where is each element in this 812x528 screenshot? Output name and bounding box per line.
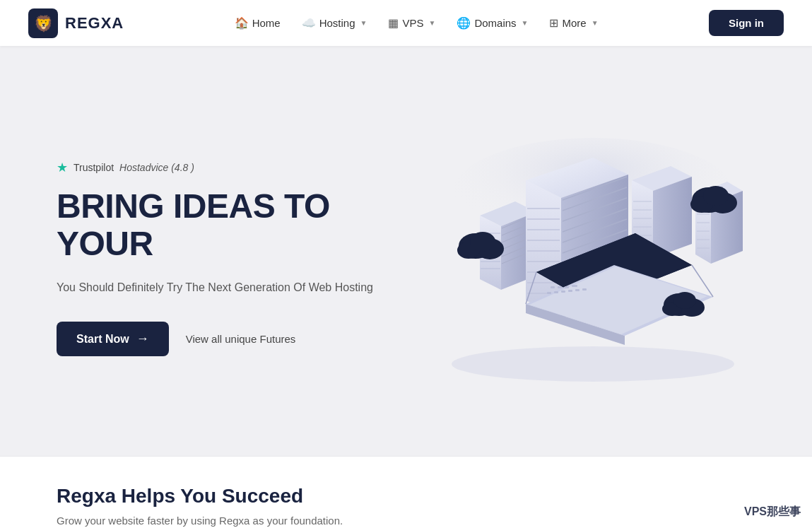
svg-rect-67 [554,291,558,293]
start-now-button[interactable]: Start Now → [57,322,169,356]
logo[interactable]: 🦁 REGXA [28,8,124,38]
hero-title: BRING IDEAS TO YOUR [57,188,396,263]
svg-text:🦁: 🦁 [34,14,54,33]
more-chevron-icon: ▼ [592,19,599,27]
hosting-chevron-icon: ▼ [360,19,367,27]
trustpilot-label: Trustpilot [73,162,114,173]
navbar: 🦁 REGXA 🏠 Home ☁️ Hosting ▼ ▦ VPS ▼ 🌐 Do… [0,0,812,46]
svg-rect-63 [558,286,562,288]
svg-rect-64 [565,286,569,288]
svg-rect-62 [551,286,555,288]
bottom-subtitle: Grow your website faster by using Regxa … [57,515,755,527]
server-icon: ▦ [388,16,399,30]
brand-name: REGXA [65,14,124,33]
nav-more[interactable]: ⊞ More ▼ [541,11,606,35]
svg-rect-66 [547,292,551,294]
arrow-icon: → [136,332,149,346]
hero-section: ★ Trustpilot Hostadvice (4.8 ) BRING IDE… [0,46,812,456]
hostadvice-label: Hostadvice (4.8 ) [119,162,194,173]
svg-rect-70 [575,289,579,291]
logo-icon: 🦁 [28,8,58,38]
svg-rect-68 [561,291,565,293]
hero-subtitle: You Should Definitely Try The Next Gener… [57,279,396,296]
bottom-section: Regxa Helps You Succeed Grow your websit… [0,456,812,528]
more-icon: ⊞ [549,16,558,30]
nav-hosting[interactable]: ☁️ Hosting ▼ [293,11,376,35]
svg-marker-41 [653,177,692,258]
trustpilot-row: ★ Trustpilot Hostadvice (4.8 ) [57,160,396,175]
nav-home[interactable]: 🏠 Home [226,11,289,35]
domains-chevron-icon: ▼ [522,19,529,27]
svg-rect-65 [572,285,577,287]
vps-chevron-icon: ▼ [428,19,435,27]
star-icon: ★ [57,160,68,175]
svg-rect-71 [582,288,587,291]
nav-links: 🏠 Home ☁️ Hosting ▼ ▦ VPS ▼ 🌐 Domains ▼ … [226,11,607,35]
svg-point-85 [673,292,696,309]
bottom-title: Regxa Helps You Succeed [57,485,755,508]
nav-domains[interactable]: 🌐 Domains ▼ [448,11,536,35]
server-illustration [416,124,755,392]
globe-icon: 🌐 [457,16,471,30]
view-futures-link[interactable]: View all unique Futures [186,333,296,345]
hero-illustration [416,124,755,392]
svg-point-77 [470,232,495,252]
nav-vps[interactable]: ▦ VPS ▼ [379,11,444,35]
hero-content: ★ Trustpilot Hostadvice (4.8 ) BRING IDE… [57,160,396,357]
signin-button[interactable]: Sign in [709,10,784,36]
svg-rect-69 [568,290,572,292]
cloud-icon: ☁️ [302,16,316,30]
home-icon: 🏠 [235,16,249,30]
svg-point-81 [703,186,729,206]
start-now-label: Start Now [76,333,129,346]
hero-actions: Start Now → View all unique Futures [57,322,396,356]
svg-point-86 [452,346,734,382]
